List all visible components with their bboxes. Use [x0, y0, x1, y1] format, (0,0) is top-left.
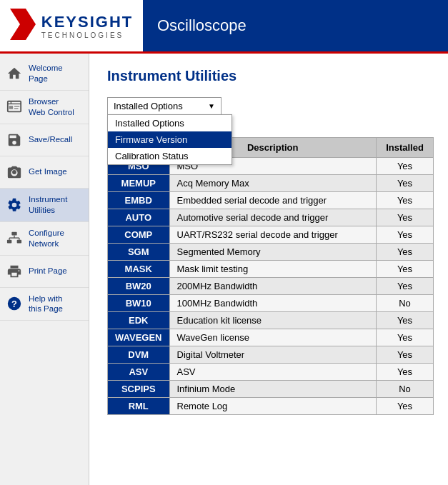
sidebar-label-get-image: Get Image [29, 166, 67, 177]
sidebar-label-print: Print Page [29, 266, 67, 276]
installed-cell: Yes [377, 175, 434, 192]
license-cell: ASV [108, 364, 170, 381]
dropdown-option-firmware[interactable]: Firmware Version [108, 131, 232, 148]
table-row: BW20200MHz BandwidthYes [108, 278, 434, 295]
installed-cell: Yes [377, 192, 434, 209]
installed-cell: No [377, 295, 434, 312]
header-title: Oscilloscope [157, 16, 247, 35]
sidebar-label-help: Help withthis Page [29, 294, 63, 315]
table-row: AUTOAutomotive serial decode and trigger… [108, 209, 434, 226]
installed-cell: Yes [377, 346, 434, 364]
description-cell: 100MHz Bandwidth [169, 295, 377, 312]
svg-marker-0 [10, 9, 36, 40]
license-cell: BW20 [108, 278, 170, 295]
license-cell: DVM [108, 346, 170, 364]
license-cell: SCPIPS [108, 381, 170, 398]
installed-cell: Yes [377, 209, 434, 226]
browser-icon [4, 97, 24, 117]
sidebar-label-configure: ConfigureNetwork [29, 228, 64, 249]
installed-cell: Yes [377, 261, 434, 278]
description-cell: Segmented Memory [169, 244, 377, 261]
installed-cell: Yes [377, 244, 434, 261]
installed-cell: Yes [377, 278, 434, 295]
installed-cell: No [377, 381, 434, 398]
installed-cell: Yes [377, 329, 434, 346]
license-cell: BW10 [108, 295, 170, 312]
svg-rect-9 [17, 239, 21, 243]
description-cell: Automotive serial decode and trigger [169, 209, 377, 226]
dropdown-menu: Installed Options Firmware Version Calib… [107, 114, 232, 165]
installed-cell: Yes [377, 158, 434, 175]
dropdown-button[interactable]: Installed Options ▼ [107, 97, 221, 115]
sidebar-item-get-image[interactable]: Get Image [0, 156, 89, 189]
sidebar-item-welcome[interactable]: WelcomePage [0, 57, 89, 91]
description-cell: Infinium Mode [169, 381, 377, 398]
table-row: EMBDEmbedded serial decode and triggerYe… [108, 192, 434, 209]
sidebar-label-welcome: WelcomePage [29, 63, 63, 84]
description-cell: Digital Voltmeter [169, 346, 377, 364]
table-row: ASVASVYes [108, 364, 434, 381]
license-cell: SGM [108, 244, 170, 261]
sidebar-label-instrument: InstrumentUtilities [29, 194, 67, 216]
sidebar-item-print[interactable]: Print Page [0, 256, 89, 288]
header-title-area: Oscilloscope [143, 0, 448, 51]
camera-icon [4, 162, 24, 182]
dropdown-area: Installed Options ▼ Installed Options Fi… [107, 97, 434, 119]
description-cell: 200MHz Bandwidth [169, 278, 377, 295]
table-row: SCPIPSInfinium ModeNo [108, 381, 434, 398]
license-cell: WAVEGEN [108, 329, 170, 346]
sidebar-item-browser[interactable]: BrowserWeb Control [0, 91, 89, 124]
svg-rect-7 [11, 231, 16, 235]
dropdown-arrow-icon: ▼ [208, 102, 215, 110]
sidebar-item-help[interactable]: ? Help withthis Page [0, 288, 89, 321]
license-cell: COMP [108, 226, 170, 244]
dropdown-option-installed[interactable]: Installed Options [108, 115, 232, 131]
home-icon [4, 64, 24, 84]
sidebar-item-save-recall[interactable]: Save/Recall [0, 124, 89, 156]
header: KEYSIGHT TECHNOLOGIES Oscilloscope [0, 0, 448, 54]
table-row: BW10100MHz BandwidthNo [108, 295, 434, 312]
svg-rect-8 [7, 239, 11, 243]
installed-cell: Yes [377, 312, 434, 329]
installed-cell: Yes [377, 226, 434, 244]
sidebar: WelcomePage BrowserWeb Control [0, 54, 89, 485]
dropdown-option-calibration[interactable]: Calibration Status [108, 148, 232, 164]
logo-chevron-icon [10, 9, 36, 44]
description-cell: Mask limit testing [169, 261, 377, 278]
license-cell: MASK [108, 261, 170, 278]
options-table: License Description Installed MSOMSOYesM… [107, 137, 434, 415]
content-area: Instrument Utilities Installed Options ▼… [89, 54, 448, 485]
description-cell: Embedded serial decode and trigger [169, 192, 377, 209]
table-row: WAVEGENWaveGen licenseYes [108, 329, 434, 346]
sidebar-item-instrument[interactable]: InstrumentUtilities [0, 189, 89, 222]
svg-rect-4 [9, 106, 14, 109]
license-cell: EDK [108, 312, 170, 329]
sidebar-label-save-recall: Save/Recall [29, 134, 72, 145]
license-cell: MEMUP [108, 175, 170, 192]
dropdown-current-value: Installed Options [114, 101, 183, 111]
print-icon [4, 261, 24, 281]
installed-cell: Yes [377, 364, 434, 381]
description-cell: Education kit license [169, 312, 377, 329]
license-cell: EMBD [108, 192, 170, 209]
installed-cell: Yes [377, 398, 434, 415]
sidebar-label-browser: BrowserWeb Control [29, 96, 74, 118]
utilities-icon [4, 195, 24, 215]
svg-text:?: ? [11, 299, 17, 309]
page-title: Instrument Utilities [107, 68, 434, 84]
col-header-installed: Installed [377, 138, 434, 158]
logo-area: KEYSIGHT TECHNOLOGIES [0, 1, 143, 51]
description-cell: Acq Memory Max [169, 175, 377, 192]
table-row: EDKEducation kit licenseYes [108, 312, 434, 329]
description-cell: ASV [169, 364, 377, 381]
table-row: SGMSegmented MemoryYes [108, 244, 434, 261]
table-row: MEMUPAcq Memory MaxYes [108, 175, 434, 192]
license-cell: RML [108, 398, 170, 415]
sidebar-item-configure[interactable]: ConfigureNetwork [0, 222, 89, 256]
logo-text: KEYSIGHT TECHNOLOGIES [41, 13, 133, 39]
table-row: MASKMask limit testingYes [108, 261, 434, 278]
table-row: COMPUART/RS232 serial decode and trigger… [108, 226, 434, 244]
main-layout: WelcomePage BrowserWeb Control [0, 54, 448, 485]
table-row: DVMDigital VoltmeterYes [108, 346, 434, 364]
network-icon [4, 229, 24, 249]
